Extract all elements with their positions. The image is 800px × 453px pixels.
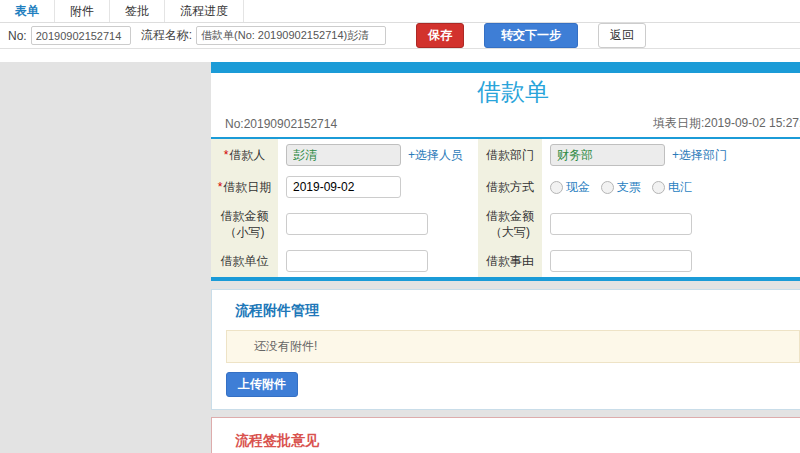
radio-circle-icon [652, 181, 665, 194]
form-title: 借款单 [477, 78, 549, 105]
amount-lower-label: 借款金额（小写) [211, 203, 278, 245]
radio-cash[interactable]: 现金 [550, 179, 590, 196]
amount-upper-input[interactable] [550, 213, 692, 235]
radio-wire[interactable]: 电汇 [652, 179, 692, 196]
loan-method-label: 借款方式 [478, 171, 542, 203]
radio-cheque[interactable]: 支票 [601, 179, 641, 196]
required-asterisk: * [224, 148, 229, 162]
department-label: 借款部门 [478, 139, 542, 171]
required-asterisk: * [218, 180, 223, 194]
loan-unit-label: 借款单位 [211, 245, 278, 277]
save-button[interactable]: 保存 [416, 23, 464, 48]
loan-form-card: 借款单 No:20190902152714 填表日期:2019-09-02 15… [211, 62, 800, 281]
form-bottom-bar [211, 277, 800, 281]
radio-cash-label: 现金 [566, 179, 590, 196]
radio-circle-icon [601, 181, 614, 194]
tab-form[interactable]: 表单 [0, 0, 55, 22]
radio-wire-label: 电汇 [668, 179, 692, 196]
no-attachment-alert: 还没有附件! [226, 330, 800, 363]
no-input[interactable] [31, 26, 131, 45]
radio-cheque-label: 支票 [617, 179, 641, 196]
form-grid: *借款人 +选择人员 借款部门 +选择部门 *借款日期 [211, 139, 800, 277]
approval-heading: 流程签批意见 [235, 432, 798, 450]
tab-progress[interactable]: 流程进度 [165, 0, 244, 22]
no-label: No: [8, 29, 27, 43]
content-area: 借款单 No:20190902152714 填表日期:2019-09-02 15… [0, 62, 800, 453]
form-date-text: 填表日期:2019-09-02 15:27:1 [653, 115, 800, 132]
toolbar: No: 流程名称: 保存 转交下一步 返回 [0, 23, 800, 49]
tab-bar: 表单 附件 签批 流程进度 [0, 0, 800, 23]
process-name-input[interactable] [196, 26, 386, 45]
borrower-input[interactable] [286, 144, 401, 166]
back-button[interactable]: 返回 [598, 23, 646, 48]
tab-approve[interactable]: 签批 [110, 0, 165, 22]
attachment-panel: 流程附件管理 还没有附件! 上传附件 [211, 289, 800, 410]
amount-upper-label: 借款金额（大写) [478, 203, 542, 245]
form-no-text: No:20190902152714 [225, 117, 337, 131]
approval-panel: 流程签批意见 B I abc [211, 417, 800, 453]
main-column: 借款单 No:20190902152714 填表日期:2019-09-02 15… [211, 62, 800, 453]
form-top-bar [211, 62, 800, 73]
amount-lower-input[interactable] [286, 213, 428, 235]
select-person-link[interactable]: +选择人员 [408, 147, 463, 164]
borrower-label: *借款人 [211, 139, 278, 171]
loan-reason-input[interactable] [550, 250, 692, 272]
radio-circle-icon [550, 181, 563, 194]
transfer-next-button[interactable]: 转交下一步 [484, 23, 578, 48]
attachment-heading: 流程附件管理 [235, 302, 800, 320]
select-department-link[interactable]: +选择部门 [672, 147, 727, 164]
loan-reason-label: 借款事由 [478, 245, 542, 277]
process-name-label: 流程名称: [141, 27, 192, 44]
loan-unit-input[interactable] [286, 250, 428, 272]
loan-date-input[interactable] [286, 176, 401, 198]
upload-attachment-button[interactable]: 上传附件 [226, 372, 298, 397]
department-input[interactable] [550, 144, 665, 166]
loan-date-label: *借款日期 [211, 171, 278, 203]
tab-attachment[interactable]: 附件 [55, 0, 110, 22]
